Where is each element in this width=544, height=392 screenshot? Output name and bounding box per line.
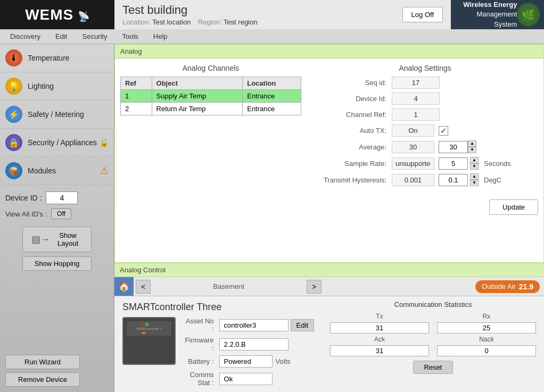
menu-tools[interactable]: Tools <box>114 30 145 43</box>
nav-next-button[interactable]: > <box>307 280 322 294</box>
auto-tx-label: Auto TX: <box>312 127 392 135</box>
menu-security[interactable]: Security <box>75 30 114 43</box>
view-all-toggle[interactable]: Off <box>51 208 71 219</box>
ack-label: Ack <box>330 336 429 343</box>
average-up[interactable]: ▲ <box>468 140 476 147</box>
logo: WEMS 📡 <box>25 6 89 23</box>
sample-rate-spinner[interactable]: ▲ ▼ <box>470 157 479 170</box>
auto-tx-checkbox[interactable]: ✓ <box>439 126 448 136</box>
table-row[interactable]: 1 Supply Air Temp Entrance <box>121 90 301 103</box>
home-icon: 🏠 <box>118 281 130 293</box>
brand-subtitle: Management System <box>455 10 517 29</box>
ack-value <box>330 345 429 356</box>
menu-edit[interactable]: Edit <box>48 30 75 43</box>
update-button[interactable]: Update <box>489 199 538 215</box>
sidebar-item-temperature[interactable]: 🌡 Temperature <box>0 44 114 72</box>
comm-stats-title: Communication Statistics <box>330 301 536 308</box>
device-id-input2[interactable] <box>392 93 440 105</box>
nav-home-button[interactable]: 🏠 <box>114 277 134 296</box>
auto-tx-input[interactable] <box>392 124 434 137</box>
security-icon: 🔒 <box>5 134 22 151</box>
device-id-label: Device ID : <box>5 194 42 202</box>
nav-prev-button[interactable]: < <box>136 280 151 294</box>
channel-ref-input[interactable] <box>392 109 440 121</box>
channel-ref-label: Channel Ref: <box>312 111 392 119</box>
analog-header: Analog <box>115 45 543 59</box>
controller-image: WEMScontroller 3 <box>122 317 176 365</box>
modules-icon: 📦 <box>5 162 22 179</box>
sidebar-label-security: Security / Appliances <box>28 138 100 147</box>
row1-ref: 1 <box>121 90 152 103</box>
average-readonly <box>392 141 434 153</box>
sidebar-item-lighting[interactable]: 💡 Lighting <box>0 72 114 101</box>
reset-button[interactable]: Reset <box>413 361 454 374</box>
sample-rate-up[interactable]: ▲ <box>470 157 479 163</box>
rx-label: Rx <box>437 313 536 320</box>
seq-id-input[interactable] <box>392 77 440 89</box>
device-id-input[interactable] <box>46 191 78 204</box>
sidebar-item-safety[interactable]: ⚡ Safety / Metering <box>0 101 114 129</box>
row2-object: Return Air Temp <box>152 103 243 115</box>
col-object: Object <box>152 77 243 90</box>
row2-location: Entrance <box>243 103 301 115</box>
sample-rate-down[interactable]: ▼ <box>470 163 479 170</box>
tx-value <box>330 322 429 333</box>
building-name: Test building <box>122 3 386 17</box>
table-row[interactable]: 2 Return Air Temp Entrance <box>121 103 301 115</box>
controller-fields: Asset No : Edit Firmware : Battery : V <box>184 317 314 387</box>
average-label: Average: <box>312 143 392 151</box>
temperature-icon: 🌡 <box>5 49 22 66</box>
sample-rate-label: Sample Rate: <box>312 160 392 168</box>
degc-label: DegC <box>484 176 501 184</box>
remove-device-button[interactable]: Remove Device <box>5 372 80 387</box>
col-location: Location <box>243 77 301 90</box>
battery-input <box>219 355 273 368</box>
transmit-spinner[interactable]: ▲ ▼ <box>470 173 479 186</box>
layout-icon: ▤→ <box>31 233 50 245</box>
comms-stat-input <box>219 373 273 385</box>
sample-rate-readonly <box>392 157 434 170</box>
average-spinner[interactable]: ▲ ▼ <box>468 140 476 153</box>
channels-table: Ref Object Location 1 Supply Air Temp En… <box>120 77 301 115</box>
outside-air-label: Outside Air <box>482 282 516 290</box>
sidebar-label-safety: Safety / Metering <box>28 110 109 119</box>
comms-stat-label: Comms Stat : <box>184 371 214 387</box>
sidebar-item-security[interactable]: 🔒 Security / Appliances 🔒 <box>0 129 114 157</box>
volts-label: Volts <box>276 357 291 365</box>
smart-controller-title: SMARTcontroller Three <box>122 302 221 313</box>
device-id-label2: Device Id: <box>312 95 392 103</box>
comm-stats: Communication Statistics Tx Rx Ack Nack … <box>322 296 544 392</box>
show-layout-button[interactable]: ▤→ Show Layout <box>22 227 92 252</box>
view-all-label: View All ID's : <box>5 210 47 218</box>
seconds-label: Seconds <box>484 160 511 168</box>
transmit-editable[interactable] <box>439 174 468 186</box>
analog-control-bar: Analog Control <box>114 263 544 277</box>
transmit-readonly <box>392 174 434 186</box>
menu-discovery[interactable]: Discovery <box>3 30 48 43</box>
sample-rate-editable[interactable] <box>439 157 468 170</box>
sidebar-item-modules[interactable]: 📦 Modules ⚠ <box>0 157 114 185</box>
transmit-down[interactable]: ▼ <box>470 180 479 186</box>
channels-title: Analog Channels <box>120 64 301 72</box>
menubar: Discovery Edit Security Tools Help <box>0 29 544 44</box>
run-wizard-button[interactable]: Run Wizard <box>5 355 80 369</box>
transmit-up[interactable]: ▲ <box>470 173 479 180</box>
logoff-button[interactable]: Log Off <box>402 7 443 22</box>
nav-bar: 🏠 < Basement > Outside Air 21.9 <box>114 277 544 296</box>
average-editable[interactable] <box>439 141 468 153</box>
firmware-input <box>219 338 289 351</box>
average-down[interactable]: ▼ <box>468 147 476 153</box>
lighting-icon: 💡 <box>5 78 22 95</box>
settings-title: Analog Settings <box>312 64 538 72</box>
row1-location: Entrance <box>243 90 301 103</box>
show-hopping-button[interactable]: Show Hopping <box>22 256 92 271</box>
col-ref: Ref <box>121 77 152 90</box>
nav-location: Basement <box>153 282 304 290</box>
edit-button[interactable]: Edit <box>291 319 314 331</box>
nack-value <box>437 345 536 356</box>
nack-label: Nack <box>437 336 536 343</box>
asset-no-input[interactable] <box>219 319 289 331</box>
sidebar-label-temperature: Temperature <box>28 54 109 62</box>
rx-value <box>437 322 536 333</box>
menu-help[interactable]: Help <box>146 30 175 43</box>
